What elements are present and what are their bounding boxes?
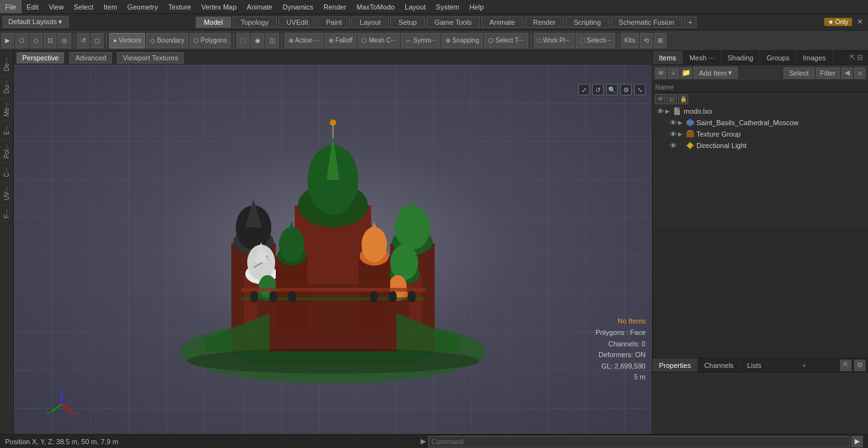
default-layouts-dropdown[interactable]: Default Layouts ▾ (3, 16, 69, 28)
viewport-maximize-icon[interactable]: ⤢ (578, 84, 590, 95)
menu-maxtomodo[interactable]: MaxToModo (351, 0, 400, 13)
list-icon-render[interactable]: ◎ (667, 94, 677, 104)
command-go-button[interactable]: ▶ (851, 436, 863, 447)
items-select-button[interactable]: Select (783, 67, 815, 79)
viewport-settings-icon[interactable]: ⚙ (620, 84, 632, 95)
eye-icon-modo[interactable]: 👁 (655, 106, 665, 116)
layout-tab-topology[interactable]: Topology (233, 17, 277, 28)
layout-tab-gametools[interactable]: Game Tools (426, 17, 480, 28)
left-btn-de[interactable]: De··· (2, 53, 11, 75)
expand-icon-modo[interactable]: ▶ (665, 108, 673, 114)
toolbar-play[interactable]: ▶ (1, 33, 14, 48)
toolbar-circle[interactable]: ◎ (58, 33, 71, 48)
toolbar-sphere[interactable]: ⬡ (15, 33, 29, 48)
toolbar-kits[interactable]: Kits (621, 33, 639, 48)
expand-icon-basils[interactable]: ▶ (678, 119, 686, 126)
menu-render[interactable]: Render (318, 0, 351, 13)
panel-tab-images[interactable]: Images (796, 51, 832, 64)
layout-tab-setup[interactable]: Setup (390, 17, 425, 28)
panel-tab-shading[interactable]: Shading (721, 51, 760, 64)
panel-tab-groups[interactable]: Groups (760, 51, 796, 64)
items-settings-btn[interactable]: ≡ (854, 67, 865, 79)
list-icon-lock[interactable]: 🔒 (678, 94, 688, 104)
tree-item-saint-basils[interactable]: 👁 ▶ Saint_Basils_Cathedral_Moscow (653, 117, 868, 128)
toolbar-action[interactable]: ⊕ Action ··· (285, 33, 323, 48)
layout-tab-model[interactable]: Model (196, 17, 231, 28)
panel-tab-mesh[interactable]: Mesh ··· (683, 51, 721, 64)
toolbar-snapping[interactable]: ⊕ Snapping (442, 33, 483, 48)
layout-tab-scripting[interactable]: Scripting (566, 17, 609, 28)
menu-file[interactable]: File (0, 0, 22, 13)
add-item-button[interactable]: Add Item ▾ (693, 67, 738, 79)
menu-dynamics[interactable]: Dynamics (278, 0, 318, 13)
menu-edit[interactable]: Edit (22, 0, 44, 13)
eye-icon-texture[interactable]: 👁 (668, 129, 678, 139)
viewport-rotate-icon[interactable]: ↺ (592, 84, 604, 95)
layout-tab-render[interactable]: Render (525, 17, 564, 28)
toolbar-sel[interactable]: ◻ (91, 33, 104, 48)
viewport-arrows-icon[interactable]: ⤡ (634, 84, 646, 95)
items-folder-icon[interactable]: 📁 (681, 67, 692, 79)
toolbar-select-t[interactable]: ⬡ Select T··· (484, 33, 528, 48)
lower-tab-properties[interactable]: Properties (653, 358, 698, 372)
layout-tab-uvedit[interactable]: UVEdit (278, 17, 316, 28)
toolbar-grid[interactable]: ⊞ (654, 33, 667, 48)
expand-icon-texture[interactable]: ▶ (678, 131, 686, 137)
left-btn-me[interactable]: Me··· (2, 98, 11, 120)
toolbar-rotate-view[interactable]: ⟲ (640, 33, 653, 48)
left-btn-f[interactable]: F··· (2, 205, 11, 222)
list-icon-eye[interactable]: 👁 (655, 94, 665, 104)
command-input[interactable] (428, 436, 850, 447)
lower-tab-add[interactable]: + (797, 358, 811, 372)
toolbar-diamond[interactable]: ◇ (30, 33, 43, 48)
items-collapse-btn[interactable]: ◀ (841, 67, 853, 79)
menu-select[interactable]: Select (69, 0, 98, 13)
toolbar-mesh2[interactable]: ◉ (251, 33, 264, 48)
menu-animate[interactable]: Animate (241, 0, 277, 13)
items-eye-icon[interactable]: 👁 (655, 67, 667, 79)
toolbar-selecti[interactable]: ⬚ Selecti··· (576, 33, 615, 48)
viewport-tab-advanced[interactable]: Advanced (69, 52, 112, 64)
eye-icon-light[interactable]: 👁 (668, 140, 678, 151)
menu-item[interactable]: Item (98, 0, 122, 13)
menu-layout[interactable]: Layout (400, 0, 431, 13)
toolbar-symm[interactable]: ↔ Symm··· (401, 33, 440, 48)
toolbar-polygons[interactable]: ⬡ Polygons (189, 33, 231, 48)
toolbar-mesh3[interactable]: ◫ (266, 33, 279, 48)
left-btn-uv[interactable]: UV··· (2, 182, 11, 204)
lower-tab-channels[interactable]: Channels (698, 358, 740, 372)
layout-tab-animate[interactable]: Animate (481, 17, 523, 28)
menu-geometry[interactable]: Geometry (122, 0, 163, 13)
items-filter-button[interactable]: Filter (816, 67, 840, 79)
layout-tab-paint[interactable]: Paint (318, 17, 350, 28)
viewport-zoom-icon[interactable]: 🔍 (606, 84, 618, 95)
toolbar-meshc[interactable]: ⬡ Mesh C··· (358, 33, 400, 48)
menu-system[interactable]: System (431, 0, 465, 13)
layout-close[interactable]: ✕ (855, 18, 865, 26)
lower-tab-lists[interactable]: Lists (741, 358, 769, 372)
toolbar-rotate[interactable]: ↺ (77, 33, 90, 48)
panel-tab-expand[interactable]: ⇱ ⊟ (844, 51, 868, 64)
left-btn-du[interactable]: Du··· (2, 76, 11, 97)
tree-item-texture-group[interactable]: 👁 ▶ Texture Group (653, 128, 868, 140)
layout-tab-plus[interactable]: + (684, 17, 696, 28)
tree-item-modo-lxo[interactable]: 👁 ▶ modo.lxo (653, 105, 868, 117)
menu-view[interactable]: View (44, 0, 69, 13)
lower-panel-settings[interactable]: ⚙ (854, 360, 865, 371)
toolbar-box[interactable]: ⊡ (44, 33, 57, 48)
viewport-canvas[interactable]: No Items Polygons : Face Channels: 0 Def… (14, 65, 652, 434)
panel-tab-items[interactable]: Items (653, 51, 683, 64)
left-btn-c[interactable]: C··· (2, 163, 11, 181)
lower-panel-expand[interactable]: ⇱ (840, 360, 851, 371)
layout-tab-schematic[interactable]: Schematic Fusion (611, 17, 682, 28)
menu-texture[interactable]: Texture (163, 0, 196, 13)
left-btn-pol[interactable]: Pol··· (2, 140, 11, 163)
toolbar-work-pl[interactable]: □ Work Pl··· (534, 33, 574, 48)
toolbar-falloff[interactable]: ⊕ Falloff (325, 33, 356, 48)
toolbar-boundary[interactable]: ◇ Boundary (146, 33, 188, 48)
toolbar-vertices[interactable]: ● Vertices (109, 33, 145, 48)
layout-tab-layout[interactable]: Layout (351, 17, 389, 28)
items-add-icon[interactable]: + (668, 67, 679, 79)
menu-vertex-map[interactable]: Vertex Map (196, 0, 242, 13)
left-btn-e[interactable]: E··· (2, 121, 11, 139)
